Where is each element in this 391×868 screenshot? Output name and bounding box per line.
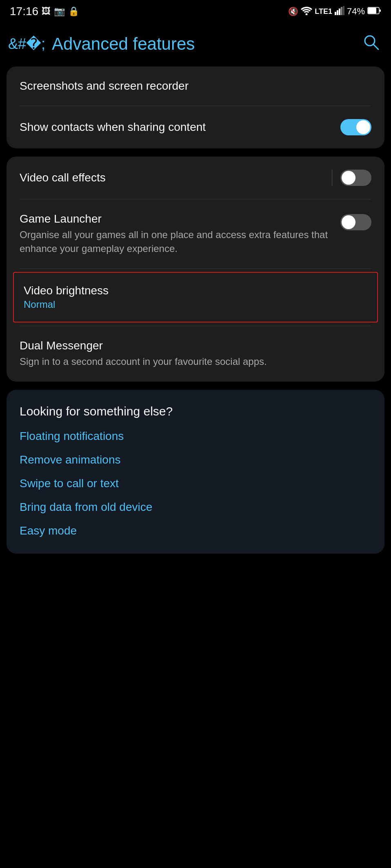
signal-icon: [335, 6, 344, 17]
suggestions-card: Looking for something else? Floating not…: [7, 390, 384, 554]
lte-icon: LTE1: [315, 7, 332, 16]
toggle-thumb-3: [342, 215, 355, 229]
video-call-effects-toggle[interactable]: [340, 170, 371, 186]
svg-rect-3: [339, 9, 340, 15]
game-launcher-text: Game Launcher Organise all your games al…: [20, 212, 332, 255]
svg-rect-1: [335, 12, 336, 15]
status-right: 🔇 LTE1 74%: [288, 6, 381, 17]
svg-rect-7: [368, 8, 376, 13]
video-brightness-title: Video brightness: [24, 284, 367, 297]
card-screenshots: Screenshots and screen recorder Show con…: [7, 66, 384, 148]
svg-rect-4: [341, 7, 342, 15]
suggestions-title: Looking for something else?: [20, 404, 371, 418]
svg-point-0: [306, 13, 308, 15]
video-call-effects-title: Video call effects: [20, 171, 324, 184]
game-launcher-toggle[interactable]: [340, 214, 371, 230]
gallery-icon: 🖼: [42, 6, 51, 17]
video-call-effects-item[interactable]: Video call effects: [7, 157, 384, 199]
video-brightness-item[interactable]: Video brightness Normal: [13, 272, 378, 322]
mute-icon: 🔇: [288, 7, 298, 16]
status-left: 17:16 🖼 📷 🔒: [10, 5, 79, 18]
suggestion-floating-notifications[interactable]: Floating notifications: [20, 430, 371, 443]
video-brightness-wrapper: Video brightness Normal: [7, 269, 384, 326]
battery-percentage: 74%: [347, 6, 365, 17]
lock-icon: 🔒: [68, 6, 79, 17]
svg-rect-8: [380, 9, 381, 12]
show-contacts-title: Show contacts when sharing content: [20, 121, 340, 134]
screenshots-title: Screenshots and screen recorder: [20, 80, 371, 93]
status-time: 17:16: [10, 5, 38, 18]
header-left: &#�; Advanced features: [8, 34, 195, 54]
camera-icon: 📷: [54, 6, 65, 17]
back-button[interactable]: &#�;: [8, 35, 45, 53]
svg-rect-5: [343, 6, 344, 15]
vertical-divider: [332, 170, 332, 186]
toggle-thumb-2: [342, 171, 355, 185]
game-launcher-subtitle: Organise all your games all in one place…: [20, 228, 332, 255]
card-video: Video call effects Game Launcher Organis…: [7, 157, 384, 382]
suggestion-remove-animations[interactable]: Remove animations: [20, 453, 371, 466]
show-contacts-toggle[interactable]: [340, 119, 371, 135]
show-contacts-item[interactable]: Show contacts when sharing content: [7, 106, 384, 148]
video-brightness-text: Video brightness Normal: [24, 284, 367, 310]
search-button[interactable]: [362, 33, 380, 54]
dual-messenger-item[interactable]: Dual Messenger Sign in to a second accou…: [7, 326, 384, 382]
page-title: Advanced features: [52, 34, 195, 54]
game-launcher-title: Game Launcher: [20, 212, 332, 225]
suggestion-swipe-to-call[interactable]: Swipe to call or text: [20, 477, 371, 490]
dual-messenger-text: Dual Messenger Sign in to a second accou…: [20, 339, 371, 369]
battery-icon: [367, 7, 381, 17]
screenshots-item[interactable]: Screenshots and screen recorder: [7, 66, 384, 106]
video-brightness-subtitle: Normal: [24, 299, 367, 310]
show-contacts-text: Show contacts when sharing content: [20, 121, 340, 134]
page-header: &#�; Advanced features: [0, 21, 391, 66]
video-call-effects-text: Video call effects: [20, 171, 324, 184]
suggestion-easy-mode[interactable]: Easy mode: [20, 524, 371, 537]
screenshots-text: Screenshots and screen recorder: [20, 80, 371, 93]
game-launcher-item[interactable]: Game Launcher Organise all your games al…: [7, 199, 384, 268]
dual-messenger-subtitle: Sign in to a second account in your favo…: [20, 355, 371, 369]
wifi-icon: [301, 6, 312, 17]
toggle-thumb: [356, 120, 370, 134]
dual-messenger-title: Dual Messenger: [20, 339, 371, 352]
status-bar: 17:16 🖼 📷 🔒 🔇 LTE1 74%: [0, 0, 391, 21]
svg-rect-2: [337, 10, 338, 15]
svg-line-10: [373, 44, 378, 49]
suggestion-bring-data[interactable]: Bring data from old device: [20, 501, 371, 514]
